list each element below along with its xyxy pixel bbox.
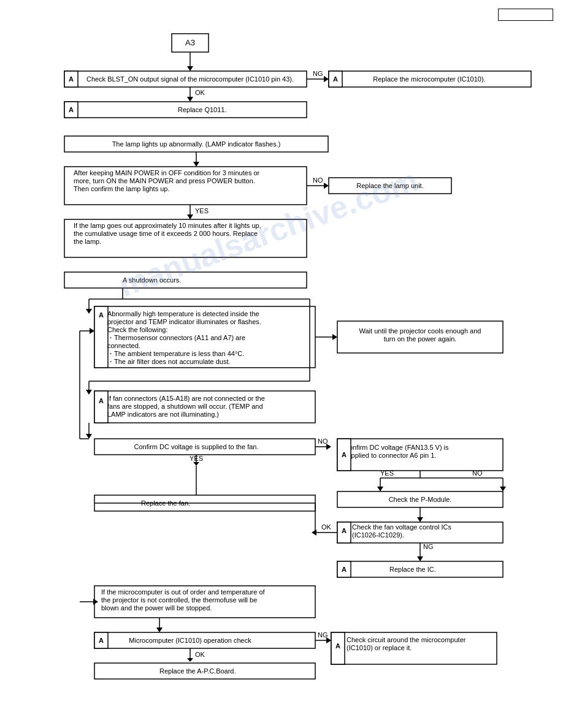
diagram-svg: A3 A Check BLST_ON output signal of the …	[0, 0, 563, 728]
svg-marker-124	[93, 599, 98, 605]
svg-marker-103	[417, 517, 423, 522]
svg-rect-84	[337, 439, 503, 471]
svg-text:projector and TEMP indicator i: projector and TEMP indicator illuminates…	[107, 318, 261, 325]
svg-text:Replace Q1011.: Replace Q1011.	[178, 106, 227, 113]
svg-text:Abnormally high temperature is: Abnormally high temperature is detected …	[107, 310, 259, 317]
svg-rect-110	[337, 522, 351, 543]
svg-text:the cumulative usage time of i: the cumulative usage time of it exceeds …	[74, 230, 258, 237]
svg-rect-104	[94, 495, 315, 511]
svg-rect-33	[329, 178, 451, 194]
svg-rect-69	[94, 391, 315, 423]
svg-text:The lamp lights up abnormally.: The lamp lights up abnormally. (LAMP ind…	[112, 140, 281, 148]
svg-text:NG: NG	[313, 70, 323, 77]
svg-text:Confirm DC voltage is supplied: Confirm DC voltage is supplied to the fa…	[134, 443, 259, 450]
svg-rect-130	[94, 632, 315, 648]
svg-text:A shutdown occurs.: A shutdown occurs.	[123, 276, 181, 284]
svg-text:OK: OK	[195, 89, 205, 96]
svg-text:A3: A3	[185, 38, 195, 47]
svg-text:A: A	[342, 451, 347, 458]
svg-text:(IC1026-IC1029).: (IC1026-IC1029).	[352, 531, 404, 539]
svg-marker-99	[500, 487, 506, 491]
svg-text:・The ambient temperature is le: ・The ambient temperature is less than 44…	[107, 350, 244, 357]
svg-text:A: A	[99, 637, 104, 644]
svg-text:Check the fan voltage control : Check the fan voltage control ICs	[352, 523, 452, 531]
svg-marker-16	[187, 97, 193, 102]
svg-rect-5	[64, 71, 78, 87]
svg-marker-3	[187, 66, 193, 71]
svg-text:NG: NG	[318, 631, 328, 639]
svg-text:Check the following:: Check the following:	[107, 326, 167, 333]
svg-rect-137	[331, 632, 345, 664]
svg-text:Replace the microcomputer (IC1: Replace the microcomputer (IC1010).	[373, 75, 485, 83]
svg-text:Replace the lamp unit.: Replace the lamp unit.	[356, 182, 423, 189]
svg-rect-119	[337, 561, 351, 577]
watermark: manualsarchive.com	[113, 162, 423, 304]
svg-rect-118	[337, 561, 503, 577]
svg-text:A: A	[99, 397, 104, 404]
svg-rect-109	[337, 522, 503, 543]
svg-text:NO: NO	[472, 469, 483, 477]
svg-rect-77	[94, 439, 315, 455]
svg-marker-97	[377, 487, 383, 491]
svg-text:Check the P-Module.: Check the P-Module.	[389, 496, 452, 503]
svg-text:Replace the IC.: Replace the IC.	[389, 566, 436, 573]
svg-rect-12	[329, 71, 342, 87]
svg-rect-122	[94, 586, 315, 618]
svg-rect-0	[172, 34, 209, 52]
svg-text:YES: YES	[380, 469, 394, 477]
svg-text:NG: NG	[423, 543, 434, 550]
svg-text:Then confirm the lamp lights u: Then confirm the lamp lights up.	[74, 185, 170, 192]
svg-text:YES: YES	[190, 455, 203, 462]
svg-rect-87	[337, 439, 351, 471]
svg-text:Replace the A-P.C.Board.: Replace the A-P.C.Board.	[159, 667, 236, 675]
svg-rect-4	[64, 71, 307, 87]
svg-text:Wait until the projector cools: Wait until the projector cools enough an…	[359, 327, 481, 335]
svg-text:A: A	[69, 106, 74, 113]
svg-text:Replace the fan.: Replace the fan.	[141, 499, 190, 507]
svg-text:NO: NO	[313, 176, 323, 184]
svg-text:Microcomputer (IC1010) operati: Microcomputer (IC1010) operation check	[129, 637, 251, 644]
svg-text:supplied to connector A6 pin 1: supplied to connector A6 pin 1.	[344, 452, 436, 459]
svg-marker-129	[156, 628, 163, 632]
svg-marker-47	[86, 309, 92, 314]
svg-text:A: A	[335, 642, 340, 650]
svg-rect-50	[94, 306, 315, 368]
svg-text:turn on the power again.: turn on the power again.	[384, 335, 457, 343]
svg-rect-22	[64, 136, 328, 152]
svg-text:(IC1010) or replace it.: (IC1010) or replace it.	[347, 644, 412, 651]
svg-text:YES: YES	[195, 207, 209, 214]
svg-rect-19	[64, 102, 78, 118]
svg-marker-61	[332, 334, 337, 340]
svg-marker-91	[193, 462, 199, 466]
svg-text:If fan connectors (A15-A18) ar: If fan connectors (A15-A18) are not conn…	[107, 395, 265, 402]
svg-rect-139	[331, 632, 497, 664]
svg-text:the projector is not controlle: the projector is not controlled, the the…	[101, 596, 257, 604]
svg-text:more, turn ON the MAIN POWER a: more, turn ON the MAIN POWER and press P…	[74, 177, 255, 184]
svg-marker-107	[312, 529, 316, 536]
svg-text:A: A	[99, 311, 104, 319]
svg-rect-42	[64, 272, 307, 288]
svg-text:the lamp.: the lamp.	[74, 238, 101, 245]
svg-rect-62	[337, 321, 503, 353]
svg-text:・The air filter does not accum: ・The air filter does not accumulate dust…	[107, 358, 231, 365]
svg-rect-70	[94, 391, 108, 423]
svg-rect-38	[64, 219, 307, 257]
svg-marker-68	[86, 390, 92, 395]
svg-text:After keeping MAIN POWER in OF: After keeping MAIN POWER in OFF conditio…	[74, 169, 260, 176]
svg-text:connected.: connected.	[107, 342, 140, 349]
svg-text:Check BLST_ON output signal of: Check BLST_ON output signal of the micro…	[86, 75, 294, 83]
svg-rect-18	[64, 102, 307, 118]
page: manualsarchive.com A3 A Check BLST_ON ou…	[0, 0, 563, 728]
svg-text:A: A	[69, 75, 74, 83]
svg-rect-26	[64, 167, 307, 205]
svg-text:A: A	[335, 642, 340, 650]
svg-text:fans are stopped, a shutdown w: fans are stopped, a shutdown will occur.…	[107, 403, 263, 410]
svg-text:NO: NO	[318, 438, 328, 445]
svg-text:A: A	[342, 527, 347, 534]
svg-rect-147	[94, 663, 315, 679]
svg-text:・Thermosensor connectors (A11 : ・Thermosensor connectors (A11 and A7) ar…	[107, 334, 245, 341]
svg-text:blown and the power will be st: blown and the power will be stopped.	[101, 604, 212, 612]
svg-text:Confirm DC voltage (FAN13.5 V): Confirm DC voltage (FAN13.5 V) is	[344, 444, 449, 451]
svg-marker-76	[86, 434, 92, 439]
svg-marker-31	[324, 183, 329, 189]
